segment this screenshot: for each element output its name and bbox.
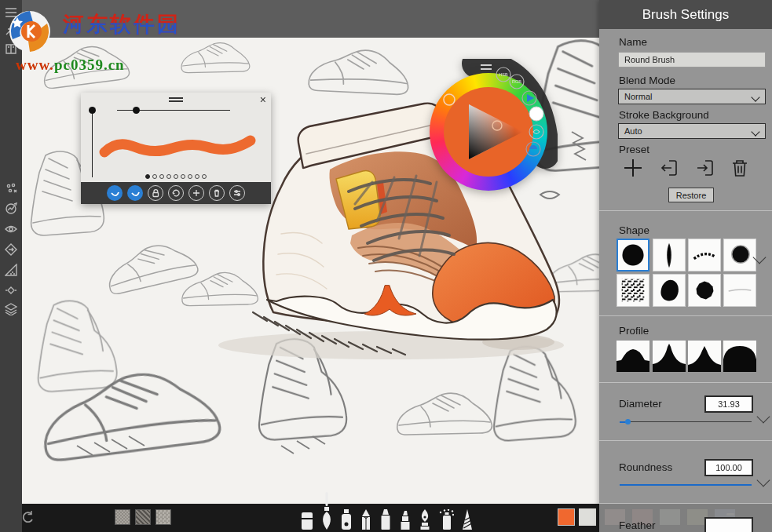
menu-icon[interactable] <box>3 5 19 20</box>
texture-swatch-3[interactable] <box>155 509 171 525</box>
shape-tile-blob[interactable] <box>653 274 686 307</box>
transform-flip-icon[interactable] <box>3 242 19 257</box>
roundness-slider[interactable] <box>620 484 752 486</box>
fullscreen-icon[interactable] <box>3 22 19 38</box>
shape-label: Shape <box>619 224 649 236</box>
shape-tile-round-selected[interactable] <box>617 239 649 271</box>
primary-color-swatch[interactable] <box>558 508 575 526</box>
profile-tile-peak[interactable] <box>688 341 721 372</box>
profile-tile-dome[interactable] <box>723 341 756 372</box>
left-toolbar <box>0 0 22 532</box>
horizontal-slider-handle[interactable] <box>133 107 140 114</box>
blend-mode-value: Normal <box>624 92 652 101</box>
spray-can-tool[interactable] <box>438 504 454 532</box>
shape-tile-soft-round[interactable] <box>723 239 756 271</box>
texture-brush-tool[interactable] <box>461 504 474 532</box>
brush-panel-toolbar <box>81 182 271 204</box>
drag-handle-icon[interactable] <box>169 97 183 102</box>
add-preset-icon[interactable] <box>623 158 643 178</box>
diameter-label: Diameter <box>619 398 662 410</box>
secondary-color-swatch[interactable] <box>579 508 596 526</box>
restore-button[interactable]: Restore <box>668 188 714 202</box>
shape-tile-rough-round[interactable] <box>688 274 721 307</box>
feather-value-input[interactable] <box>704 517 753 532</box>
paintbrush-tool-selected[interactable] <box>320 493 333 532</box>
blend-mode-label: Blend Mode <box>619 75 675 86</box>
transparent-color-button <box>529 125 543 139</box>
feather-label: Feather <box>619 519 656 531</box>
diameter-expand-chevron-icon[interactable] <box>757 410 770 424</box>
ink-pen-tool[interactable] <box>419 504 431 532</box>
texture-swatch-1[interactable] <box>115 509 130 525</box>
brush-tool-row <box>301 504 474 532</box>
color-adjust-icon[interactable] <box>3 180 19 196</box>
diameter-slider[interactable] <box>620 421 752 422</box>
preset-label: Preset <box>619 144 649 155</box>
chevron-down-icon <box>751 93 759 101</box>
redo-icon[interactable] <box>20 509 35 527</box>
panel-title: Brush Settings <box>599 0 772 29</box>
rotate-canvas-icon[interactable] <box>3 201 19 217</box>
diameter-value-input[interactable] <box>704 395 753 413</box>
chisel-marker-tool[interactable] <box>399 504 412 532</box>
top-toolbar-strip <box>22 0 599 38</box>
roundness-label: Roundness <box>619 461 672 473</box>
delete-preset-icon[interactable] <box>731 159 748 177</box>
shape-tile-noise[interactable] <box>617 274 649 307</box>
stroke-style-2-button[interactable] <box>127 185 143 201</box>
preset-buttons <box>623 158 748 178</box>
brush-preview-panel[interactable]: × <box>81 93 271 204</box>
stroke-style-1-button[interactable] <box>107 185 123 201</box>
hsb-button: HSB <box>499 72 508 77</box>
pencil-tool[interactable] <box>360 504 372 532</box>
stroke-background-label: Stroke Background <box>619 109 709 121</box>
shape-tile-faint-streak[interactable] <box>723 274 756 307</box>
name-label: Name <box>619 36 647 48</box>
sv-triangle <box>469 104 523 159</box>
profile-tile-spike[interactable] <box>653 341 686 372</box>
roundness-expand-chevron-icon[interactable] <box>757 474 770 487</box>
import-preset-icon[interactable] <box>660 159 679 177</box>
chevron-down-icon <box>751 127 759 136</box>
lock-icon[interactable] <box>148 185 163 201</box>
sketchbook-app: 河东软件园 河东软件园 www.pc0359.cn × <box>0 0 772 532</box>
export-preset-icon[interactable] <box>696 159 715 177</box>
profile-label: Profile <box>619 325 649 337</box>
page-dots[interactable] <box>145 174 207 179</box>
shape-tile-streak[interactable] <box>653 239 686 271</box>
texture-swatch-2[interactable] <box>135 509 151 525</box>
add-icon[interactable] <box>188 185 204 201</box>
brush-name-input[interactable] <box>618 52 766 67</box>
close-icon[interactable]: × <box>260 94 266 105</box>
layers-icon[interactable] <box>3 301 19 317</box>
shape-tile-dashed-arc[interactable] <box>688 239 721 271</box>
white-color-button <box>529 107 543 121</box>
stroke-background-dropdown[interactable]: Auto <box>618 123 766 139</box>
stroke-background-value: Auto <box>624 126 642 136</box>
blend-mode-dropdown[interactable]: Normal <box>618 89 766 104</box>
eraser-tool[interactable] <box>301 504 313 532</box>
vertical-slider-handle[interactable] <box>89 107 96 114</box>
ruler-icon[interactable] <box>3 262 19 278</box>
rotate-icon[interactable] <box>168 185 184 201</box>
delete-icon[interactable] <box>209 185 225 201</box>
diameter-slider-handle[interactable] <box>625 419 631 425</box>
airbrush-tool[interactable] <box>340 504 353 532</box>
perspective-icon[interactable] <box>3 282 19 298</box>
puck-menu-icon <box>481 65 492 69</box>
roundness-value-input[interactable] <box>704 459 753 476</box>
flipbook-icon[interactable] <box>3 41 19 56</box>
settings-sliders-icon[interactable] <box>229 185 245 201</box>
color-puck[interactable]: HSB RGB <box>424 59 558 188</box>
marker-tool[interactable] <box>379 504 392 532</box>
steady-stroke-eye-icon[interactable] <box>3 221 19 237</box>
brush-settings-panel: Brush Settings Name Blend Mode Normal St… <box>599 0 772 532</box>
hue-indicator <box>444 94 455 105</box>
rgb-button: RGB <box>512 79 521 84</box>
profile-tile-hill[interactable] <box>617 341 649 372</box>
